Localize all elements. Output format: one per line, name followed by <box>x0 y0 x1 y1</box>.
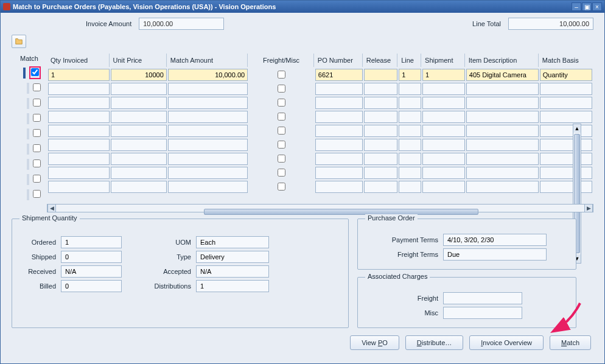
cell-amount[interactable] <box>168 153 248 165</box>
match-checkbox[interactable] <box>33 159 41 167</box>
cell-amount[interactable] <box>168 125 248 137</box>
match-checkbox[interactable] <box>33 99 41 107</box>
cell-qty[interactable] <box>48 125 110 137</box>
match-checkbox[interactable] <box>33 175 41 183</box>
cell-po[interactable] <box>315 111 363 123</box>
cell-price[interactable] <box>111 153 167 165</box>
cell-release[interactable] <box>364 125 397 137</box>
accepted-field[interactable] <box>196 265 269 278</box>
cell-basis[interactable] <box>540 167 592 179</box>
cell-amount[interactable] <box>168 83 248 95</box>
view-po-button[interactable]: View PO <box>350 335 399 350</box>
cell-basis[interactable] <box>540 125 592 137</box>
cell-line[interactable] <box>399 181 421 193</box>
scroll-up-icon[interactable]: ▲ <box>573 124 581 133</box>
cell-qty[interactable] <box>48 83 110 95</box>
freight-checkbox[interactable] <box>278 183 285 191</box>
cell-release[interactable] <box>364 111 397 123</box>
titlebar[interactable]: Match to Purchase Orders (Payables, Visi… <box>1 1 604 13</box>
cell-desc[interactable] <box>466 125 539 137</box>
payment-terms-field[interactable] <box>443 234 547 246</box>
cell-release[interactable] <box>364 181 397 193</box>
cell-line[interactable] <box>399 69 421 81</box>
cell-shipment[interactable] <box>422 181 465 193</box>
cell-basis[interactable] <box>540 111 592 123</box>
cell-line[interactable] <box>399 83 421 95</box>
cell-basis[interactable] <box>540 97 592 109</box>
freight-checkbox[interactable] <box>278 155 285 163</box>
cell-line[interactable] <box>399 167 421 179</box>
cell-price[interactable] <box>111 125 167 137</box>
folder-tool-button[interactable] <box>12 35 26 48</box>
cell-shipment[interactable] <box>422 153 465 165</box>
scroll-right-icon[interactable]: ▶ <box>584 205 593 212</box>
cell-amount[interactable] <box>168 111 248 123</box>
cell-po[interactable] <box>315 153 363 165</box>
cell-shipment[interactable] <box>422 97 465 109</box>
cell-po[interactable] <box>315 181 363 193</box>
cell-amount[interactable] <box>168 97 248 109</box>
cell-po[interactable] <box>315 69 363 81</box>
freight-checkbox[interactable] <box>278 71 285 79</box>
cell-line[interactable] <box>399 111 421 123</box>
match-checkbox[interactable] <box>33 129 41 137</box>
cell-amount[interactable] <box>168 69 248 81</box>
cell-amount[interactable] <box>168 139 248 151</box>
cell-qty[interactable] <box>48 69 110 81</box>
cell-po[interactable] <box>315 167 363 179</box>
match-checkbox[interactable] <box>33 114 41 122</box>
cell-line[interactable] <box>399 125 421 137</box>
cell-basis[interactable] <box>540 139 592 151</box>
cell-desc[interactable] <box>466 139 539 151</box>
cell-basis[interactable] <box>540 69 592 81</box>
line-total-field[interactable] <box>508 18 593 30</box>
cell-release[interactable] <box>364 69 397 81</box>
cell-release[interactable] <box>364 83 397 95</box>
type-field[interactable] <box>196 251 269 263</box>
cell-desc[interactable] <box>466 153 539 165</box>
minimize-button[interactable]: – <box>572 2 581 11</box>
cell-qty[interactable] <box>48 111 110 123</box>
match-checkbox[interactable] <box>33 83 41 91</box>
cell-desc[interactable] <box>466 97 539 109</box>
cell-price[interactable] <box>111 83 167 95</box>
match-checkbox[interactable] <box>31 68 39 76</box>
scroll-left-icon[interactable]: ◀ <box>47 205 56 212</box>
cell-desc[interactable] <box>466 69 539 81</box>
cell-desc[interactable] <box>466 111 539 123</box>
cell-price[interactable] <box>111 97 167 109</box>
cell-shipment[interactable] <box>422 125 465 137</box>
match-checkbox[interactable] <box>33 144 41 152</box>
cell-amount[interactable] <box>168 167 248 179</box>
freight-checkbox[interactable] <box>278 127 285 135</box>
cell-qty[interactable] <box>48 167 110 179</box>
freight-checkbox[interactable] <box>278 85 285 93</box>
received-field[interactable] <box>61 265 122 278</box>
close-button[interactable]: × <box>592 2 602 11</box>
assoc-misc-field[interactable] <box>443 307 522 319</box>
uom-field[interactable] <box>196 236 269 248</box>
cell-qty[interactable] <box>48 181 110 193</box>
cell-price[interactable] <box>111 111 167 123</box>
cell-desc[interactable] <box>466 181 539 193</box>
cell-shipment[interactable] <box>422 167 465 179</box>
cell-shipment[interactable] <box>422 83 465 95</box>
cell-line[interactable] <box>399 97 421 109</box>
freight-checkbox[interactable] <box>278 169 285 177</box>
horizontal-scrollbar[interactable]: ◀ ▶ <box>47 204 593 212</box>
cell-price[interactable] <box>111 139 167 151</box>
cell-price[interactable] <box>111 69 167 81</box>
cell-basis[interactable] <box>540 83 592 95</box>
cell-release[interactable] <box>364 97 397 109</box>
freight-checkbox[interactable] <box>278 113 285 121</box>
cell-shipment[interactable] <box>422 111 465 123</box>
cell-line[interactable] <box>399 153 421 165</box>
invoice-amount-field[interactable] <box>139 18 224 30</box>
invoice-overview-button[interactable]: Invoice Overview <box>469 335 544 350</box>
cell-shipment[interactable] <box>422 69 465 81</box>
cell-release[interactable] <box>364 139 397 151</box>
cell-basis[interactable] <box>540 153 592 165</box>
cell-qty[interactable] <box>48 153 110 165</box>
cell-shipment[interactable] <box>422 139 465 151</box>
cell-price[interactable] <box>111 167 167 179</box>
